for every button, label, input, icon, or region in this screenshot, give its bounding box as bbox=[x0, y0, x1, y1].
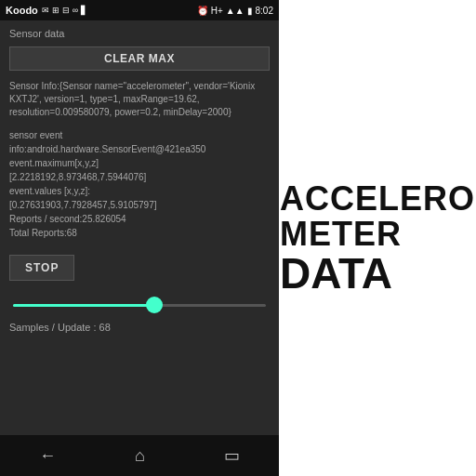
title-text-block: ACCELERO METER DATA bbox=[272, 0, 476, 476]
recent-apps-button[interactable]: ▭ bbox=[209, 440, 255, 471]
home-button[interactable]: ⌂ bbox=[120, 441, 160, 471]
slider-thumb[interactable] bbox=[146, 297, 163, 313]
stop-button-area: STOP bbox=[9, 255, 270, 281]
content-area: Sensor data CLEAR MAX Sensor Info:{Senso… bbox=[0, 20, 279, 435]
clear-max-button[interactable]: CLEAR MAX bbox=[9, 46, 270, 71]
email-icon: ✉ bbox=[42, 6, 49, 15]
phone-screen: Koodo ✉ ⊞ ⊟ ∞ ▋ ⏰ H+ ▲▲ ▮ 8:02 Sensor da… bbox=[0, 0, 279, 476]
link-icon: ∞ bbox=[73, 6, 78, 15]
sensor-reports-per-second: Reports / second:25.826054 bbox=[9, 212, 270, 226]
navigation-bar: ← ⌂ ▭ bbox=[0, 435, 279, 476]
stop-button[interactable]: STOP bbox=[9, 255, 74, 281]
status-icons: ✉ ⊞ ⊟ ∞ ▋ bbox=[42, 6, 87, 15]
status-bar-right: ⏰ H+ ▲▲ ▮ 8:02 bbox=[197, 6, 273, 16]
title-line-2: METER bbox=[280, 217, 402, 252]
samples-label: Samples / Update : 68 bbox=[9, 322, 270, 333]
sensor-info-text: Sensor Info:{Sensor name="accelerometer"… bbox=[9, 80, 270, 119]
network-type: H+ bbox=[211, 6, 223, 16]
back-button[interactable]: ← bbox=[24, 441, 71, 471]
signal-icon: ▲▲ bbox=[226, 6, 245, 16]
sensor-total-reports: Total Reports:68 bbox=[9, 226, 270, 240]
battery-icon: ▮ bbox=[247, 6, 253, 16]
image-icon: ⊞ bbox=[52, 6, 60, 15]
side-title-panel: ACCELERO METER DATA bbox=[279, 0, 476, 476]
sensor-event-values-label: event.values [x,y,z]: bbox=[9, 184, 270, 198]
alarm-icon: ⏰ bbox=[197, 6, 208, 16]
status-bar: Koodo ✉ ⊞ ⊟ ∞ ▋ ⏰ H+ ▲▲ ▮ 8:02 bbox=[0, 0, 279, 20]
slider-track bbox=[13, 304, 266, 307]
sensor-data-heading: Sensor data bbox=[9, 28, 270, 39]
sensor-event-label: sensor event bbox=[9, 128, 270, 142]
slider-fill bbox=[13, 304, 160, 307]
sensor-event-maximum-label: event.maximum[x,y,z] bbox=[9, 156, 270, 170]
slider-container[interactable] bbox=[9, 296, 270, 314]
title-line-1: ACCELERO bbox=[280, 181, 475, 217]
sensor-event-info: info:android.hardware.SensorEvent@421ea3… bbox=[9, 142, 270, 156]
title-line-3: DATA bbox=[280, 252, 392, 295]
time-display: 8:02 bbox=[256, 6, 273, 16]
grid-icon: ⊟ bbox=[62, 6, 70, 15]
sensor-event-maximum-values: [2.2218192,8.973468,7.5944076] bbox=[9, 170, 270, 184]
sensor-event-values-data: [0.27631903,7.7928457,5.9105797] bbox=[9, 198, 270, 212]
signal-bar-icon: ▋ bbox=[81, 6, 87, 15]
brand-label: Koodo bbox=[6, 5, 38, 16]
sensor-event-block: sensor event info:android.hardware.Senso… bbox=[9, 128, 270, 240]
